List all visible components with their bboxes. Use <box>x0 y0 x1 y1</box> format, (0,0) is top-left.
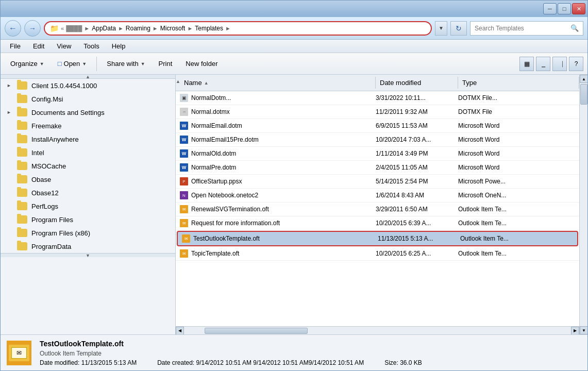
organize-arrow: ▼ <box>40 61 44 66</box>
file-icon: ✉ <box>180 219 188 227</box>
sidebar-item-installanywhere[interactable]: InstallAnywhere <box>1 132 175 146</box>
help-button[interactable]: ? <box>569 57 583 71</box>
view-options-button[interactable]: ▦ <box>519 57 534 71</box>
new-folder-button[interactable]: New folder <box>180 56 223 72</box>
menu-edit[interactable]: Edit <box>28 41 49 52</box>
address-path[interactable]: 📁 « ████ ► AppData ► Roaming ► Microsoft… <box>44 21 432 36</box>
folder-icon-obase <box>17 175 27 183</box>
sidebar-item-programfiles86[interactable]: Program Files (x86) <box>1 226 175 240</box>
sidebar-label-obase: Obase <box>31 176 51 183</box>
table-row[interactable]: P OfficeStartup.ppsx 5/14/2015 2:54 PM M… <box>176 175 579 189</box>
path-arrow-4: ► <box>225 25 231 31</box>
organize-button[interactable]: Organize ▼ <box>5 56 50 72</box>
folder-icon-configmsi <box>17 95 27 103</box>
folder-icon-programfiles86 <box>17 229 27 237</box>
file-type: Microsoft Word <box>454 135 579 144</box>
share-with-label: Share with <box>107 60 138 68</box>
hscroll-right-arrow[interactable]: ▶ <box>571 327 579 335</box>
vertical-scrollbar[interactable]: ▲ ▼ <box>579 75 587 334</box>
sidebar-item-perflogs[interactable]: PerfLogs <box>1 199 175 213</box>
vscroll-track[interactable] <box>580 83 587 326</box>
refresh-button[interactable]: ↻ <box>450 21 467 36</box>
sidebar-item-client[interactable]: ► Client 15.0.4454.1000 <box>1 79 175 92</box>
file-type: Outlook Item Te... <box>454 218 579 228</box>
sidebar-label-configmsi: Config.Msi <box>31 95 63 103</box>
sidebar-item-configmsi[interactable]: Config.Msi <box>1 92 175 106</box>
file-icon: W <box>180 149 188 158</box>
sidebar-item-obase12[interactable]: Obase12 <box>1 186 175 199</box>
view-pane-button[interactable]: ⎹ <box>552 57 567 71</box>
file-date: 10/20/2015 6:25 A... <box>372 249 454 258</box>
menu-file[interactable]: File <box>5 41 26 52</box>
table-row[interactable]: ▣ NormalDotm... 3/31/2022 10:11... DOTMX… <box>176 91 579 105</box>
hscroll-left-arrow[interactable]: ◀ <box>176 327 184 335</box>
expand-arrow-docs: ► <box>7 110 13 115</box>
sidebar-item-freemake[interactable]: Freemake <box>1 119 175 132</box>
sidebar-item-msocache[interactable]: MSOCache <box>1 159 175 173</box>
table-row[interactable]: W NormalOld.dotm 1/11/2014 3:49 PM Micro… <box>176 147 579 161</box>
menu-view[interactable]: View <box>52 41 76 52</box>
folder-icon-freemake <box>17 122 27 130</box>
vscroll-thumb[interactable] <box>580 84 587 105</box>
file-icon: ▣ <box>180 94 188 102</box>
sidebar-item-programdata[interactable]: ProgramData <box>1 240 175 253</box>
hscroll-track[interactable] <box>184 327 571 334</box>
menu-tools[interactable]: Tools <box>78 41 104 52</box>
file-icon: W <box>180 136 188 144</box>
table-row[interactable]: N Open Notebook.onetoc2 1/6/2014 8:43 AM… <box>176 189 579 203</box>
search-box[interactable]: 🔍 <box>470 21 583 36</box>
file-type: Microsoft Word <box>454 121 579 130</box>
table-row[interactable]: ⎓ Normal.dotmx 11/2/2011 9:32 AM DOTMX F… <box>176 105 579 119</box>
file-type: Outlook Item Te... <box>456 234 577 243</box>
hscroll-thumb[interactable] <box>205 328 308 334</box>
table-row[interactable]: W NormalPre.dotm 2/4/2015 11:05 AM Micro… <box>176 161 579 175</box>
col-header-date[interactable]: Date modified <box>376 77 458 89</box>
minimize-button[interactable]: ─ <box>543 3 557 14</box>
share-with-button[interactable]: Share with ▼ <box>101 56 150 72</box>
menu-bar: File Edit View Tools Help <box>1 40 587 53</box>
print-button[interactable]: Print <box>153 56 178 72</box>
sidebar-item-intel[interactable]: Intel <box>1 146 175 159</box>
forward-button[interactable]: → <box>24 20 41 37</box>
sidebar-label-programfiles86: Program Files (x86) <box>31 229 90 237</box>
path-appdata: AppData <box>92 25 116 32</box>
file-name: NormalEmail.dotm <box>191 122 242 129</box>
vscroll-up-arrow[interactable]: ▲ <box>580 75 587 83</box>
status-file-icon: ✉ <box>7 341 31 365</box>
folder-icon-programfiles <box>17 215 27 224</box>
open-button[interactable]: □ Open ▼ <box>52 56 93 72</box>
col-sort-icon: ▲ <box>204 80 209 86</box>
path-roaming: Roaming <box>126 25 150 32</box>
table-row[interactable]: ✉ Request for more information.oft 10/20… <box>176 216 579 230</box>
path-templates: Templates <box>195 25 223 32</box>
expand-arrow-client: ► <box>7 83 13 88</box>
address-dropdown-button[interactable]: ▼ <box>435 21 447 36</box>
vscroll-down-arrow[interactable]: ▼ <box>580 326 587 334</box>
horizontal-scrollbar[interactable]: ◀ ▶ <box>176 326 579 334</box>
col-header-name[interactable]: Name ▲ <box>180 77 376 89</box>
path-arrow-3: ► <box>187 25 193 31</box>
maximize-button[interactable]: □ <box>558 3 571 14</box>
path-sep-0: « <box>61 25 64 31</box>
table-row-selected[interactable]: ✉ TestOutlookTemplate.oft 11/13/2015 5:1… <box>177 231 578 246</box>
close-button[interactable]: ✕ <box>572 3 585 14</box>
back-button[interactable]: ← <box>5 20 21 37</box>
table-row[interactable]: W NormalEmail15Pre.dotm 10/20/2014 7:03 … <box>176 133 579 147</box>
status-meta: Date modified: 11/13/2015 5:13 AM Date c… <box>40 359 422 366</box>
search-input[interactable] <box>475 25 567 32</box>
file-type: Outlook Item Te... <box>454 249 579 258</box>
path-arrow-2: ► <box>153 25 158 31</box>
view-toggle-button[interactable]: ⎯ <box>536 57 550 71</box>
table-row[interactable]: W NormalEmail.dotm 6/9/2015 11:53 AM Mic… <box>176 119 579 133</box>
sidebar-item-obase[interactable]: Obase <box>1 173 175 186</box>
status-filetype: Outlook Item Template <box>40 350 422 357</box>
col-header-type[interactable]: Type <box>458 77 579 89</box>
menu-help[interactable]: Help <box>107 41 131 52</box>
file-icon: ✉ <box>180 205 188 213</box>
sidebar-item-docs[interactable]: ► Documents and Settings <box>1 106 175 119</box>
sidebar-item-programfiles[interactable]: Program Files <box>1 213 175 226</box>
table-row[interactable]: ✉ TopicTemplate.oft 10/20/2015 6:25 A...… <box>176 247 579 261</box>
open-label: Open <box>64 60 80 68</box>
table-row[interactable]: ✉ RenewalSVGTermination.oft 3/29/2011 6:… <box>176 203 579 216</box>
address-bar: ← → 📁 « ████ ► AppData ► Roaming ► Micro… <box>1 17 587 40</box>
